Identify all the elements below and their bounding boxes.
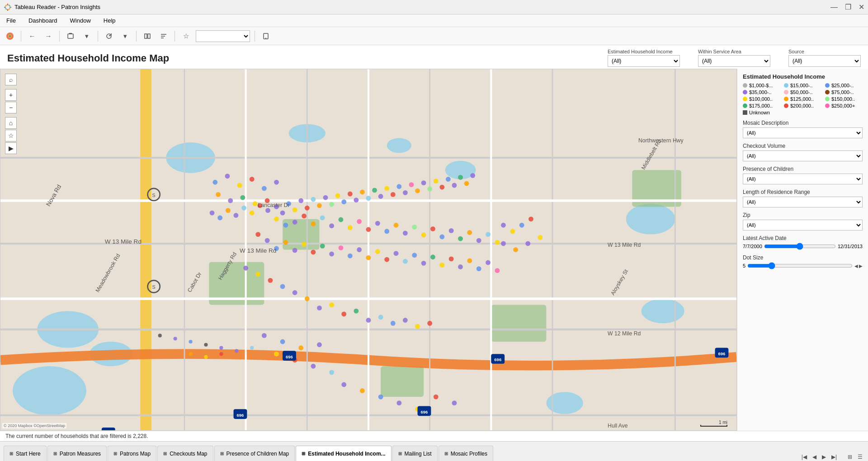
svg-point-144 [292, 290, 297, 295]
refresh-dropdown[interactable]: ▾ [119, 30, 132, 42]
svg-point-118 [302, 242, 307, 247]
pin-button[interactable]: ☆ [179, 30, 192, 42]
svg-point-204 [204, 355, 208, 359]
tab-nav-last[interactable]: ▶| [830, 453, 839, 461]
svg-point-159 [317, 342, 322, 347]
legend-dot-250k [825, 103, 830, 108]
arrange-button[interactable] [141, 30, 154, 42]
svg-rect-15 [68, 34, 73, 38]
tab-checkouts-map[interactable]: ⊞ Checkouts Map [157, 446, 213, 461]
tab-start-here[interactable]: ⊞ Start Here [4, 446, 47, 461]
device-button[interactable] [259, 30, 272, 42]
tab-list-view[interactable]: ☰ [856, 453, 864, 461]
tab-estimated-income[interactable]: ⊞ Estimated Household Incom... [296, 446, 391, 461]
dot-size-increase[interactable]: ▶ [859, 263, 863, 268]
legend-dot-75k [825, 90, 830, 94]
tab-patron-measures-icon: ⊞ [53, 451, 57, 456]
svg-point-170 [452, 400, 457, 405]
svg-point-125 [366, 255, 371, 260]
map-arrow-button[interactable]: ▶ [5, 142, 17, 154]
menu-help[interactable]: Help [101, 16, 118, 25]
menu-file[interactable]: File [4, 16, 19, 25]
residence-filter-select[interactable]: (All) [743, 197, 863, 207]
tab-presence-of-children[interactable]: ⊞ Presence of Children Map [214, 446, 295, 461]
svg-point-92 [311, 221, 316, 226]
tab-patron-measures[interactable]: ⊞ Patron Measures [47, 446, 107, 461]
children-filter-select[interactable]: (All) [743, 174, 863, 184]
zip-filter-select[interactable]: (All) [743, 220, 863, 230]
svg-point-90 [292, 220, 297, 225]
svg-point-163 [329, 370, 334, 375]
map-pin-button[interactable]: ☆ [5, 130, 17, 141]
svg-point-128 [394, 251, 399, 256]
svg-point-127 [384, 257, 389, 262]
svg-point-61 [311, 197, 316, 202]
tab-mosaic-profiles[interactable]: ⊞ Mosaic Profiles [439, 446, 493, 461]
svg-point-143 [280, 284, 285, 289]
tab-mosaic-icon: ⊞ [444, 451, 448, 456]
toolbar-dropdown-select[interactable] [196, 30, 250, 42]
source-filter-select[interactable]: (All) [788, 55, 861, 67]
snapshot-button[interactable] [64, 30, 77, 42]
map-home-button[interactable]: ⌂ [5, 117, 17, 129]
sort-button[interactable] [157, 30, 170, 42]
legend-item-unknown: Unknown [743, 110, 780, 115]
svg-point-73 [384, 186, 389, 191]
tab-grid-view[interactable]: ⊞ [846, 453, 854, 461]
tab-nav-prev[interactable]: ◀ [811, 453, 818, 461]
date-range-start: 7/7/2000 [743, 244, 762, 249]
tab-mailing-list[interactable]: ⊞ Mailing List [392, 446, 438, 461]
map-controls: ⌕ + − ⌂ ☆ ▶ [5, 74, 17, 154]
legend-label-35k: $35,000-.. [749, 89, 772, 95]
svg-rect-39 [491, 305, 546, 342]
svg-rect-10 [6, 9, 7, 10]
svg-point-82 [439, 185, 444, 190]
income-filter-select[interactable]: (All) [608, 55, 680, 67]
legend-dot-50k [784, 90, 788, 94]
date-range-slider[interactable] [764, 243, 836, 250]
zip-filter-section: Zip (All) [743, 212, 863, 230]
svg-point-99 [375, 221, 380, 226]
date-range-end: 12/31/2013 [838, 244, 863, 249]
sort-icon [160, 33, 167, 40]
close-button[interactable]: ✕ [859, 3, 864, 11]
map-zoom-out-button[interactable]: − [5, 102, 17, 113]
svg-point-151 [378, 315, 383, 320]
residence-filter-section: Length of Residence Range (All) [743, 189, 863, 207]
dot-size-decrease[interactable]: ◀ [854, 263, 858, 268]
tab-nav-first[interactable]: |◀ [800, 453, 809, 461]
maximize-button[interactable]: ❐ [845, 3, 851, 11]
legend-item-200k: $200,000.. [784, 103, 821, 108]
svg-point-185 [234, 213, 239, 218]
map-search-button[interactable]: ⌕ [5, 74, 17, 85]
dot-size-slider[interactable] [747, 262, 853, 269]
checkout-filter-select[interactable]: (All) [743, 151, 863, 161]
svg-point-67 [348, 192, 353, 197]
minimize-button[interactable]: — [830, 3, 838, 11]
tableau-home-button[interactable] [4, 30, 16, 42]
menu-window[interactable]: Window [67, 16, 94, 25]
forward-button[interactable]: → [42, 30, 55, 42]
map-area[interactable]: Nova Rd W 13 Mile Rd W 13 Mile Rd Meadow… [0, 69, 737, 431]
date-filter-section: Latest Active Date 7/7/2000 12/31/2013 [743, 235, 863, 250]
svg-point-110 [476, 238, 481, 243]
service-area-filter-select[interactable]: (All) [698, 55, 770, 67]
tab-nav-next[interactable]: ▶ [820, 453, 828, 461]
back-button[interactable]: ← [26, 30, 38, 42]
tab-income-label: Estimated Household Incom... [308, 451, 385, 457]
refresh-button[interactable] [103, 30, 115, 42]
tab-patrons-map-label: Patrons Map [120, 451, 151, 457]
map-zoom-in-button[interactable]: + [5, 89, 17, 101]
menu-dashboard[interactable]: Dashboard [26, 16, 60, 25]
legend-item-250k: $250,000+ [825, 103, 863, 108]
legend-dot-150k [825, 97, 830, 101]
svg-point-138 [486, 260, 491, 265]
snapshot-dropdown[interactable]: ▾ [80, 30, 93, 42]
tab-patrons-map[interactable]: ⊞ Patrons Map [108, 446, 156, 461]
legend-label-125k: $125,000.. [790, 96, 814, 102]
mosaic-filter-select[interactable]: (All) [743, 127, 863, 138]
legend-label-100k: $100,000.. [749, 96, 773, 102]
map-legend-container: Nova Rd W 13 Mile Rd W 13 Mile Rd Meadow… [0, 69, 868, 431]
refresh-icon [105, 33, 113, 40]
svg-point-189 [265, 208, 270, 213]
